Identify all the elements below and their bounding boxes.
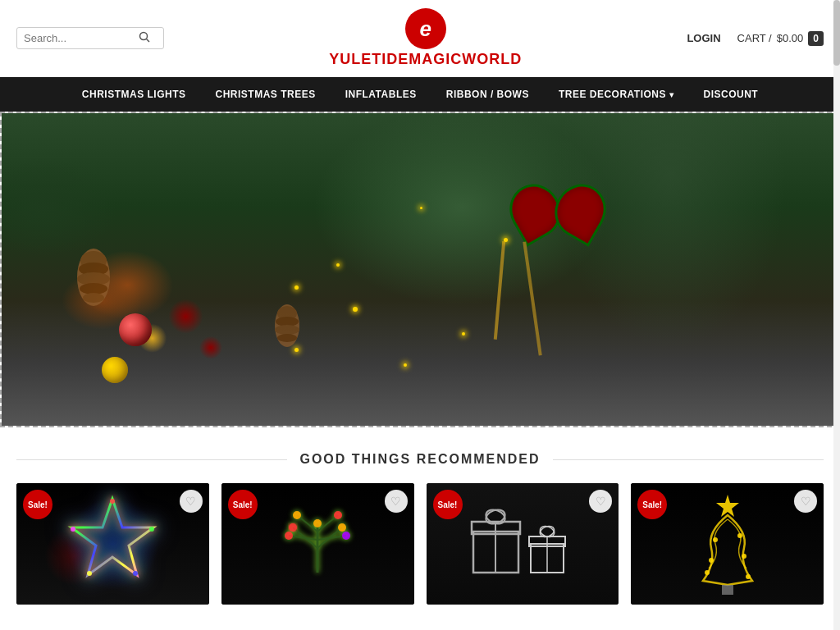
svg-point-31	[334, 511, 342, 519]
product-card-2: ♡ Sale! CHRISTMAS LIGHTS Best Quality 4p…	[221, 483, 414, 605]
login-button[interactable]: LOGIN	[687, 32, 720, 44]
hero-overlay	[2, 113, 838, 426]
search-icon	[139, 31, 150, 43]
svg-point-28	[285, 532, 293, 540]
svg-point-0	[140, 33, 148, 40]
light-dot	[336, 263, 340, 267]
wishlist-button-4[interactable]: ♡	[794, 490, 817, 513]
light-dot	[404, 363, 407, 367]
svg-point-45	[737, 533, 742, 538]
product-card-4: ♡ Sale! CHRISTMAS LIGHTS	[631, 483, 824, 605]
ribbon-decoration	[482, 176, 629, 356]
section-header: GOOD THINGS RECOMMENDED	[16, 452, 824, 467]
branch-lights-image	[272, 499, 363, 589]
product-image-4: ♡ Sale!	[631, 483, 824, 605]
light-dot	[462, 332, 465, 336]
wishlist-button-3[interactable]: ♡	[589, 490, 612, 513]
svg-point-47	[742, 554, 746, 559]
cart-label: CART /	[737, 32, 772, 44]
nav-item-christmas-trees[interactable]: CHRISTMAS TREES	[200, 77, 330, 112]
logo[interactable]: e YULETIDEMAGICWORLD	[329, 8, 522, 68]
svg-point-7	[83, 293, 104, 303]
ribbon-tail-2	[523, 242, 541, 356]
svg-point-15	[149, 527, 154, 532]
svg-point-16	[133, 571, 138, 576]
svg-point-27	[338, 523, 346, 532]
svg-point-30	[293, 511, 301, 519]
svg-marker-43	[716, 495, 739, 517]
nav-item-discount[interactable]: DISCOUNT	[689, 77, 774, 112]
product-card-3: ♡ Sale! CHRISTMAS LIGHTS	[427, 483, 619, 605]
search-input[interactable]	[24, 32, 139, 44]
wishlist-button-1[interactable]: ♡	[180, 490, 203, 513]
cart-count: 0	[808, 31, 824, 46]
spiral-tree-image	[691, 491, 765, 597]
svg-point-18	[71, 527, 75, 532]
product-grid: ♡ Sale! CHRISTMAS LIGHTS	[16, 483, 824, 605]
search-bar[interactable]	[16, 27, 164, 49]
svg-line-1	[147, 39, 150, 43]
product-image-3: ♡ Sale!	[427, 483, 619, 605]
gift-boxes-image	[465, 499, 580, 589]
nav-item-christmas-lights[interactable]: CHRISTMAS LIGHTS	[67, 77, 201, 112]
hero-banner	[0, 112, 840, 427]
svg-point-50	[705, 570, 710, 575]
header: e YULETIDEMAGICWORLD LOGIN CART / $0.00 …	[0, 0, 840, 77]
svg-point-48	[709, 558, 714, 563]
nav-item-tree-decorations[interactable]: TREE DECORATIONS ▾	[544, 77, 689, 112]
section-title: GOOD THINGS RECOMMENDED	[299, 452, 540, 467]
svg-point-26	[289, 523, 297, 532]
nav-item-inflatables[interactable]: INFLATABLES	[331, 77, 431, 112]
svg-point-49	[746, 574, 751, 579]
sale-badge-3: Sale!	[433, 490, 463, 519]
scrollbar[interactable]	[833, 0, 840, 613]
divider-left	[16, 459, 287, 460]
ornament-red	[119, 313, 152, 346]
svg-point-29	[342, 532, 350, 540]
pine-cone-svg	[69, 244, 118, 310]
svg-point-12	[277, 334, 297, 342]
product-card: ♡ Sale! CHRISTMAS LIGHTS	[16, 483, 209, 605]
svg-point-14	[110, 499, 115, 504]
cart-amount: $0.00	[777, 32, 804, 44]
sale-badge-1: Sale!	[23, 490, 52, 519]
logo-emblem: e	[405, 8, 446, 49]
svg-point-17	[87, 571, 92, 576]
light-dot	[294, 285, 299, 290]
header-actions: LOGIN CART / $0.00 0	[687, 31, 824, 46]
recommended-section: GOOD THINGS RECOMMENDED	[0, 427, 840, 613]
logo-text: YULETIDEMAGICWORLD	[329, 51, 522, 68]
sale-badge-2: Sale!	[228, 490, 258, 519]
ribbon-bow	[506, 176, 605, 258]
cart-button[interactable]: CART / $0.00 0	[737, 31, 824, 46]
svg-marker-13	[71, 499, 153, 575]
product-image-1: ♡ Sale!	[16, 483, 209, 605]
ribbon-tail-1	[494, 241, 505, 340]
product-image-2: ♡ Sale!	[221, 483, 414, 605]
svg-point-6	[80, 283, 107, 294]
scrollbar-thumb[interactable]	[833, 0, 840, 66]
chevron-down-icon: ▾	[669, 90, 674, 99]
pine-cone-svg-2	[269, 301, 306, 350]
svg-point-32	[313, 519, 322, 527]
hero-background	[2, 113, 838, 426]
svg-rect-44	[722, 585, 733, 595]
svg-point-11	[275, 325, 299, 335]
svg-point-37	[484, 507, 507, 526]
star-lights-image	[63, 495, 162, 593]
nav-item-ribbon-bows[interactable]: RIBBON / BOWS	[431, 77, 544, 112]
search-button[interactable]	[139, 31, 150, 45]
divider-right	[553, 459, 824, 460]
wishlist-button-2[interactable]: ♡	[385, 490, 408, 513]
sale-badge-4: Sale!	[637, 490, 667, 519]
svg-point-46	[713, 537, 718, 542]
main-nav: CHRISTMAS LIGHTS CHRISTMAS TREES INFLATA…	[0, 77, 840, 112]
